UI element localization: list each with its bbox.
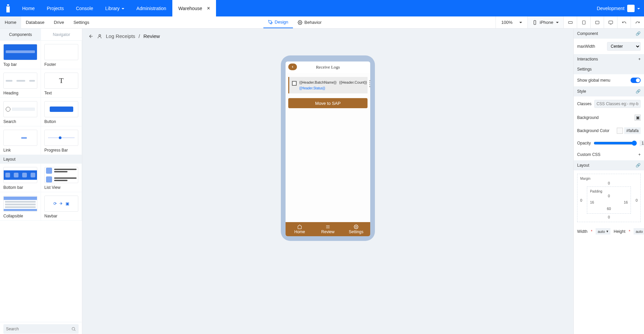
device-phone-landscape[interactable] [563, 16, 577, 28]
top-nav: Home Projects Console Library Administra… [0, 0, 644, 16]
chevron-down-icon [519, 20, 522, 25]
nav-administration[interactable]: Administration [130, 0, 172, 16]
padding-top[interactable]: 0 [590, 194, 628, 198]
width-value[interactable]: auto ▾ [596, 228, 610, 235]
opacity-value[interactable]: 1 [640, 140, 644, 146]
subnav-home[interactable]: Home [0, 16, 21, 28]
phone-title: Receive Logs [316, 65, 340, 70]
search-input[interactable] [6, 327, 69, 331]
color-swatch[interactable] [617, 128, 623, 134]
phone-back-button[interactable] [288, 64, 297, 70]
details-button[interactable]: Details [370, 80, 370, 87]
breadcrumb: Log Receipts / Review [88, 33, 160, 39]
nav-home[interactable]: Home [16, 0, 41, 16]
user-icon [97, 34, 102, 39]
device-tablet-portrait[interactable] [577, 16, 590, 28]
link-icon[interactable]: 🔗 [636, 31, 641, 36]
bottom-settings[interactable]: Settings [342, 222, 370, 236]
bottom-review[interactable]: Review [314, 222, 342, 236]
box-model[interactable]: Margin 0 0 Padding 0 16 16 60 0 0 [577, 174, 641, 222]
opacity-slider[interactable] [594, 140, 637, 146]
device-tablet-landscape[interactable] [590, 16, 604, 28]
chevron-down-icon [556, 20, 559, 25]
avatar[interactable] [627, 5, 635, 12]
component-link[interactable]: Link [0, 126, 41, 155]
subnav-settings[interactable]: Settings [69, 16, 94, 28]
padding-left[interactable]: 16 [590, 200, 594, 204]
breadcrumb-parent[interactable]: Log Receipts [106, 33, 135, 39]
margin-bottom[interactable]: 0 [580, 215, 638, 219]
padding-bottom[interactable]: 60 [590, 207, 628, 211]
section-component: Component 🔗 [574, 29, 644, 39]
classes-input[interactable] [594, 100, 641, 108]
subnav-drive[interactable]: Drive [49, 16, 69, 28]
maxwidth-select[interactable]: Center [607, 42, 641, 51]
link-icon[interactable]: 🔗 [636, 89, 641, 94]
plus-icon[interactable]: + [638, 152, 641, 157]
bgcolor-value[interactable]: #fafafa [624, 127, 641, 134]
component-text[interactable]: TText [41, 69, 82, 98]
breadcrumb-current: Review [143, 33, 160, 39]
component-heading[interactable]: Heading [0, 69, 41, 98]
redo-button[interactable] [631, 16, 644, 28]
image-icon[interactable]: ▣ [635, 115, 641, 121]
checkbox[interactable] [292, 81, 297, 86]
log-card[interactable]: {{Header.BatchName}} {{Header.Status}} {… [288, 77, 368, 93]
nav-library[interactable]: Library [99, 0, 130, 16]
show-global-menu-toggle[interactable] [631, 78, 641, 83]
margin-left[interactable]: 0 [580, 198, 582, 202]
component-collapsible[interactable]: Collapsible [0, 192, 41, 221]
phone-frame: Receive Logs {{Header.BatchName}} {{Head… [281, 55, 375, 241]
phone-bottom-bar: Home Review Settings [286, 222, 370, 236]
close-icon[interactable]: × [207, 5, 210, 11]
component-top-bar[interactable]: Top bar [0, 41, 41, 69]
environment-selector[interactable]: Development [593, 5, 644, 12]
component-progress-bar[interactable]: Progress Bar [41, 126, 82, 155]
tab-navigator[interactable]: Navigator [41, 29, 82, 40]
component-bottom-bar[interactable]: Bottom bar [0, 164, 41, 192]
component-button[interactable]: Button [41, 98, 82, 126]
phone-screen[interactable]: Receive Logs {{Header.BatchName}} {{Head… [286, 61, 370, 236]
undo-button[interactable] [617, 16, 631, 28]
tab-components[interactable]: Components [0, 29, 41, 40]
app-logo[interactable] [0, 4, 16, 13]
component-list-view[interactable]: List View [41, 164, 82, 192]
section-interactions[interactable]: Interactions + [574, 54, 644, 64]
subnav-database[interactable]: Database [21, 16, 49, 28]
nav-projects[interactable]: Projects [41, 0, 70, 16]
margin-top[interactable]: 0 [580, 181, 638, 185]
margin-right[interactable]: 0 [636, 198, 638, 202]
link-icon[interactable]: 🔗 [636, 163, 641, 168]
svg-rect-4 [568, 22, 572, 24]
back-arrow-icon[interactable] [88, 34, 94, 39]
svg-point-8 [72, 327, 75, 330]
component-search[interactable]: Search [0, 98, 41, 126]
svg-rect-0 [7, 4, 9, 6]
component-navbar[interactable]: ⟳✈▣Navbar [41, 192, 82, 221]
section-settings: Settings [574, 64, 644, 74]
plus-icon[interactable]: + [638, 57, 641, 61]
svg-point-13 [355, 226, 357, 227]
svg-point-2 [299, 22, 301, 23]
batch-name-binding: {{Header.BatchName}} [299, 80, 337, 84]
device-selector[interactable]: iPhone [527, 16, 563, 28]
svg-point-9 [99, 34, 100, 36]
bottom-home[interactable]: Home [286, 222, 314, 236]
component-footer[interactable]: Footer [41, 41, 82, 69]
left-panel: Components Navigator Top bar Footer Head… [0, 29, 82, 334]
mode-behavior[interactable]: Behavior [293, 16, 326, 28]
status-binding: {{Header.Status}} [299, 86, 337, 90]
zoom-selector[interactable]: 100% [496, 16, 527, 28]
move-to-sap-button[interactable]: Move to SAP [288, 98, 368, 108]
padding-right[interactable]: 16 [624, 200, 628, 204]
device-desktop[interactable] [604, 16, 617, 28]
svg-rect-7 [609, 21, 613, 24]
height-value[interactable]: auto ▾ [634, 228, 644, 235]
custom-css-label: Custom CSS [577, 152, 600, 157]
nav-tab-warehouse[interactable]: Warehouse × [172, 0, 216, 16]
mode-design[interactable]: Design [263, 16, 293, 28]
nav-console[interactable]: Console [70, 0, 99, 16]
design-canvas[interactable]: Log Receipts / Review Receive Logs {{Hea… [82, 29, 573, 334]
count-binding: {{Header.Count}} [339, 80, 367, 84]
component-search-box[interactable] [3, 324, 79, 334]
